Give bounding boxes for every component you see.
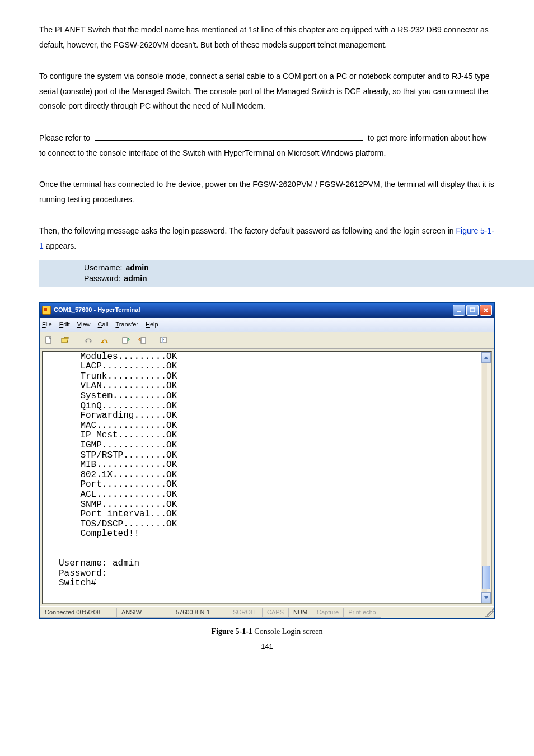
svg-point-10 <box>163 339 164 340</box>
text: appears. <box>46 241 76 250</box>
status-emulation: ANSIW <box>116 608 171 618</box>
status-scroll: SCROLL <box>228 608 263 618</box>
scroll-thumb[interactable] <box>482 566 490 589</box>
toolbar-send-icon[interactable] <box>119 334 133 346</box>
menu-transfer[interactable]: Transfer <box>115 321 138 328</box>
vertical-scrollbar[interactable] <box>481 352 491 603</box>
paragraph-refer: Please refer to to get more information … <box>39 130 495 160</box>
paragraph-login: Then, the following message asks the log… <box>39 223 495 253</box>
figure-caption-text: Console Login screen <box>252 627 323 636</box>
paragraph-poweron: Once the terminal has connected to the d… <box>39 177 495 207</box>
svg-point-6 <box>106 341 108 343</box>
menu-file[interactable]: File <box>42 321 52 328</box>
svg-rect-7 <box>123 338 127 343</box>
scroll-track[interactable] <box>481 363 491 592</box>
app-icon <box>42 306 51 315</box>
menubar: File Edit View Call Transfer Help <box>40 318 494 332</box>
toolbar-properties-icon[interactable] <box>157 334 170 346</box>
username-label: Username: <box>84 263 122 274</box>
paragraph-intro: The PLANET Switch that the model name ha… <box>39 22 495 52</box>
resize-grip-icon[interactable] <box>485 608 494 617</box>
status-port: 57600 8-N-1 <box>171 608 228 618</box>
status-capture: Capture <box>312 608 344 618</box>
svg-rect-0 <box>457 311 461 312</box>
figure-label: Figure 5-1-1 <box>212 627 252 636</box>
password-value: admin <box>124 273 147 284</box>
page-number: 141 <box>39 640 495 654</box>
terminal-output: Modules.........OK LACP............OK Tr… <box>43 352 481 603</box>
toolbar-connect-icon[interactable] <box>82 334 95 346</box>
scroll-down-button[interactable] <box>481 592 491 603</box>
svg-rect-5 <box>101 342 104 343</box>
text: Please refer to <box>39 133 92 142</box>
credentials-box: Username: admin Password: admin <box>39 260 534 287</box>
toolbar-disconnect-icon[interactable] <box>98 334 111 346</box>
menu-help[interactable]: Help <box>146 321 158 328</box>
menu-view[interactable]: View <box>77 321 91 328</box>
password-label: Password: <box>84 273 120 284</box>
terminal-area: Modules.........OK LACP............OK Tr… <box>40 349 494 606</box>
svg-point-4 <box>90 340 92 342</box>
svg-rect-11 <box>162 337 163 343</box>
svg-rect-1 <box>470 308 475 312</box>
blank-reference-line <box>95 132 363 141</box>
status-printecho: Print echo <box>343 608 381 618</box>
svg-rect-12 <box>161 339 166 339</box>
text: Then, the following message asks the log… <box>39 226 456 235</box>
menu-call[interactable]: Call <box>98 321 109 328</box>
minimize-button[interactable] <box>453 305 465 316</box>
menu-edit[interactable]: Edit <box>59 321 70 328</box>
paragraph-config: To configure the system via console mode… <box>39 69 495 114</box>
status-connected: Connected 00:50:08 <box>40 608 117 618</box>
svg-point-3 <box>86 340 87 342</box>
toolbar-new-icon[interactable] <box>42 334 55 346</box>
hyperterminal-window: COM1_57600 - HyperTerminal File Edit Vie… <box>39 302 495 619</box>
scroll-up-button[interactable] <box>481 352 491 363</box>
titlebar[interactable]: COM1_57600 - HyperTerminal <box>40 303 494 318</box>
svg-rect-8 <box>141 338 146 343</box>
figure-caption: Figure 5-1-1 Console Login screen <box>39 624 495 640</box>
status-num: NUM <box>288 608 312 618</box>
maximize-button[interactable] <box>466 305 479 316</box>
close-button[interactable] <box>480 305 492 316</box>
window-title: COM1_57600 - HyperTerminal <box>54 304 452 316</box>
statusbar: Connected 00:50:08 ANSIW 57600 8-N-1 SCR… <box>40 606 494 618</box>
terminal[interactable]: Modules.........OK LACP............OK Tr… <box>42 351 492 604</box>
toolbar-receive-icon[interactable] <box>135 334 149 346</box>
status-caps: CAPS <box>262 608 289 618</box>
toolbar <box>40 332 494 349</box>
toolbar-open-icon[interactable] <box>58 334 72 346</box>
username-value: admin <box>125 263 148 274</box>
